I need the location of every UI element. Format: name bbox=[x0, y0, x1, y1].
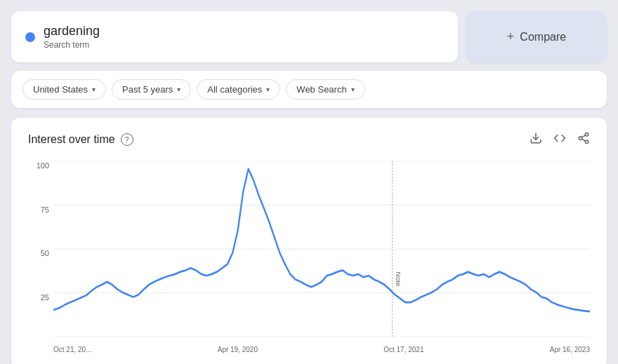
filter-type-label: Web Search bbox=[296, 84, 346, 95]
chart-title: Interest over time bbox=[28, 133, 115, 146]
chart-actions bbox=[530, 132, 590, 147]
search-term-text: gardening Search term bbox=[44, 24, 100, 50]
filter-category[interactable]: All categories ▾ bbox=[197, 79, 280, 100]
filter-region-label: United States bbox=[33, 84, 88, 95]
filter-time[interactable]: Past 5 years ▾ bbox=[112, 79, 191, 100]
x-label-1: Apr 19, 2020 bbox=[218, 346, 258, 353]
chevron-down-icon: ▾ bbox=[177, 86, 180, 93]
compare-plus-icon: + bbox=[507, 29, 515, 44]
compare-label: Compare bbox=[520, 31, 566, 43]
term-color-dot bbox=[25, 32, 35, 42]
top-section: gardening Search term + Compare bbox=[11, 11, 607, 62]
y-label-100: 100 bbox=[37, 161, 49, 170]
y-label-75: 75 bbox=[41, 205, 49, 214]
x-label-3: Apr 16, 2023 bbox=[550, 346, 590, 353]
chevron-down-icon: ▾ bbox=[351, 86, 355, 93]
filter-time-label: Past 5 years bbox=[122, 84, 173, 95]
chart-title-area: Interest over time ? bbox=[28, 133, 133, 146]
svg-line-5 bbox=[581, 135, 585, 137]
x-label-0: Oct 21, 20... bbox=[53, 346, 91, 353]
chart-container: 100 75 50 25 Note bbox=[28, 161, 590, 358]
chevron-down-icon: ▾ bbox=[92, 86, 96, 93]
y-axis: 100 75 50 25 bbox=[28, 161, 53, 337]
y-label-50: 50 bbox=[41, 249, 49, 257]
chart-plot: Note bbox=[53, 161, 590, 337]
share-icon[interactable] bbox=[577, 132, 590, 147]
svg-text:Note: Note bbox=[395, 272, 401, 287]
help-icon[interactable]: ? bbox=[121, 133, 133, 146]
compare-card[interactable]: + Compare bbox=[466, 11, 607, 62]
chart-card: Interest over time ? bbox=[11, 118, 607, 364]
filter-region[interactable]: United States ▾ bbox=[22, 79, 106, 100]
download-icon[interactable] bbox=[530, 132, 542, 147]
x-axis: Oct 21, 20... Apr 19, 2020 Oct 17, 2021 … bbox=[53, 341, 590, 358]
filter-category-label: All categories bbox=[207, 84, 262, 95]
search-term-main: gardening bbox=[44, 24, 100, 39]
search-term-sub: Search term bbox=[44, 40, 100, 50]
chevron-down-icon: ▾ bbox=[266, 86, 270, 93]
filters-row: United States ▾ Past 5 years ▾ All categ… bbox=[11, 71, 607, 108]
y-label-25: 25 bbox=[41, 293, 49, 302]
filter-type[interactable]: Web Search ▾ bbox=[286, 79, 364, 100]
chart-header: Interest over time ? bbox=[28, 132, 590, 147]
x-label-2: Oct 17, 2021 bbox=[383, 346, 423, 353]
embed-icon[interactable] bbox=[553, 132, 566, 147]
search-term-card: gardening Search term bbox=[11, 11, 458, 62]
svg-line-4 bbox=[581, 139, 585, 141]
